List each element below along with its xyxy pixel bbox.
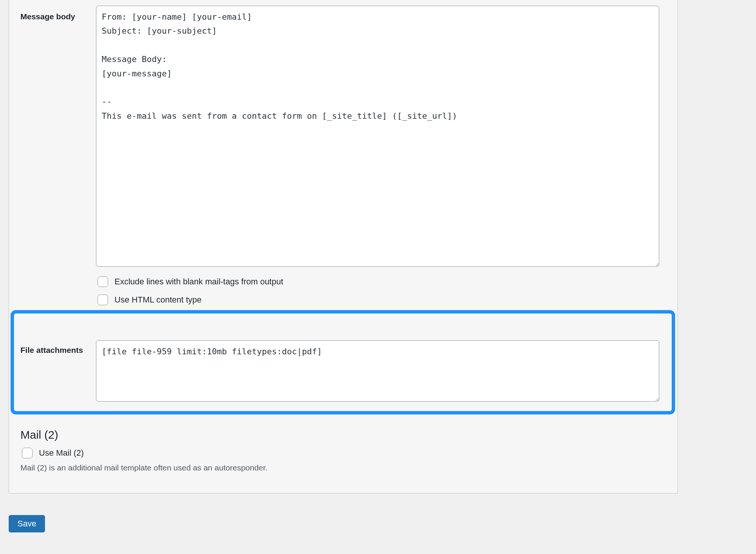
mail2-section: Mail (2) Use Mail (2) Mail (2) is an add… <box>9 419 677 476</box>
exclude-blank-label: Exclude lines with blank mail-tags from … <box>115 277 283 287</box>
mail-panel: Message body Exclude lines with blank ma… <box>9 0 678 493</box>
file-attachments-label: File attachments <box>9 329 96 359</box>
message-body-textarea[interactable] <box>96 6 659 267</box>
mail2-description: Mail (2) is an additional mail template … <box>20 463 666 472</box>
file-attachments-field-col <box>96 329 677 407</box>
file-attachments-row: File attachments <box>9 329 677 407</box>
file-attachments-textarea[interactable] <box>96 340 659 402</box>
spacer <box>9 310 677 329</box>
use-mail2-checkbox[interactable] <box>22 448 33 458</box>
use-html-checkbox[interactable] <box>98 295 108 305</box>
message-body-field-col: Exclude lines with blank mail-tags from … <box>96 0 677 310</box>
exclude-blank-row: Exclude lines with blank mail-tags from … <box>96 275 659 288</box>
message-body-row: Message body Exclude lines with blank ma… <box>9 0 677 310</box>
use-mail2-row: Use Mail (2) <box>20 447 666 459</box>
use-html-label: Use HTML content type <box>115 295 201 305</box>
message-body-label: Message body <box>9 0 96 25</box>
use-mail2-label: Use Mail (2) <box>39 448 84 458</box>
mail2-heading: Mail (2) <box>20 428 666 441</box>
use-html-row: Use HTML content type <box>96 293 659 306</box>
save-button[interactable]: Save <box>9 515 45 532</box>
viewport: Message body Exclude lines with blank ma… <box>0 0 756 554</box>
exclude-blank-checkbox[interactable] <box>98 276 108 287</box>
